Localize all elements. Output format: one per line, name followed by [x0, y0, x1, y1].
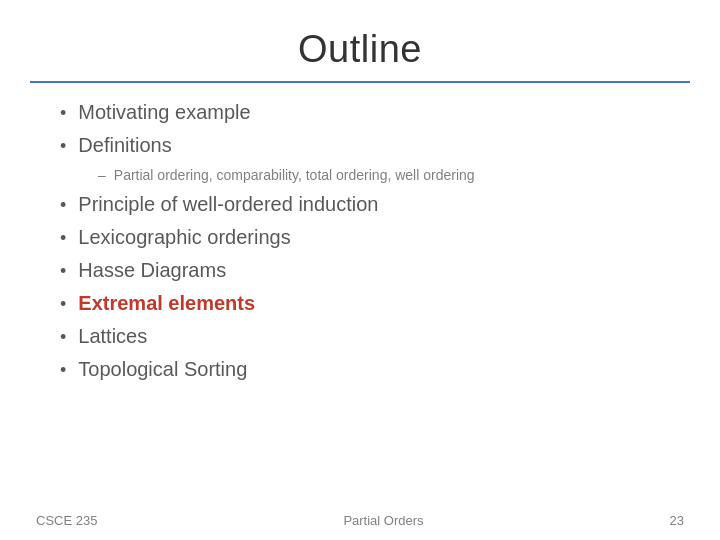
- bullet-text-lexicographic: Lexicographic orderings: [78, 226, 290, 249]
- bullet-icon: •: [60, 228, 66, 249]
- bullet-text-lattices: Lattices: [78, 325, 147, 348]
- sub-dash-icon: –: [98, 167, 106, 183]
- bullet-icon: •: [60, 103, 66, 124]
- bullet-text-principle: Principle of well-ordered induction: [78, 193, 378, 216]
- sub-list-item: – Partial ordering, comparability, total…: [98, 167, 670, 183]
- bullet-icon: •: [60, 327, 66, 348]
- bullet-text-hasse: Hasse Diagrams: [78, 259, 226, 282]
- bullet-icon: •: [60, 195, 66, 216]
- footer: CSCE 235 Partial Orders 23: [0, 505, 720, 540]
- footer-page: 23: [670, 513, 684, 528]
- bullet-text-extremal: Extremal elements: [78, 292, 255, 315]
- list-item: • Principle of well-ordered induction: [60, 193, 670, 216]
- list-item: • Lattices: [60, 325, 670, 348]
- bullet-icon: •: [60, 261, 66, 282]
- content: • Motivating example • Definitions – Par…: [0, 101, 720, 505]
- list-item: • Definitions: [60, 134, 670, 157]
- list-item: • Motivating example: [60, 101, 670, 124]
- slide: Outline • Motivating example • Definitio…: [0, 0, 720, 540]
- list-item: • Hasse Diagrams: [60, 259, 670, 282]
- bullet-icon: •: [60, 360, 66, 381]
- divider: [30, 81, 690, 83]
- bullet-icon: •: [60, 136, 66, 157]
- bullet-text-motivating: Motivating example: [78, 101, 250, 124]
- footer-course: CSCE 235: [36, 513, 97, 528]
- bullet-icon: •: [60, 294, 66, 315]
- slide-title: Outline: [40, 28, 680, 71]
- list-item: • Topological Sorting: [60, 358, 670, 381]
- sub-bullet-text: Partial ordering, comparability, total o…: [114, 167, 475, 183]
- bullet-text-topological: Topological Sorting: [78, 358, 247, 381]
- list-item: • Extremal elements: [60, 292, 670, 315]
- bullet-text-definitions: Definitions: [78, 134, 171, 157]
- title-section: Outline: [0, 0, 720, 81]
- list-item: • Lexicographic orderings: [60, 226, 670, 249]
- footer-topic: Partial Orders: [343, 513, 423, 528]
